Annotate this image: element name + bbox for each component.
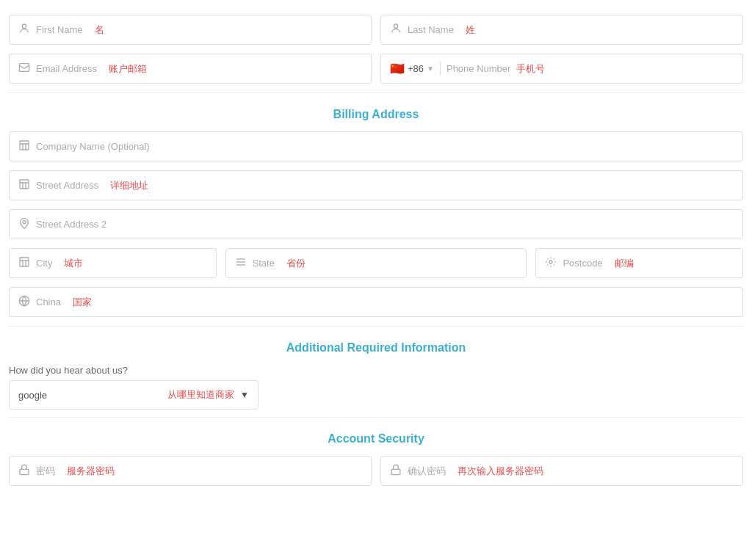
svg-point-0 [22,24,26,28]
phone-chinese: 手机号 [516,62,545,76]
state-icon [235,256,247,270]
country-chinese: 国家 [73,296,92,309]
password-placeholder: 密码 [36,465,55,478]
last-name-field[interactable]: Last Name 姓 [380,15,743,45]
password-field[interactable]: 密码 服务器密码 [9,456,372,486]
city-chinese: 城市 [64,257,83,270]
street1-field[interactable]: Street Address 详细地址 [9,170,743,200]
company-field[interactable]: Company Name (Optional) [9,131,743,161]
country-field[interactable]: China 国家 [9,287,743,317]
how-heard-label: How did you hear about us? [9,365,743,376]
city-state-postcode-row: City 城市 State 省份 Postcode 邮编 [9,248,743,278]
last-name-placeholder: Last Name [408,24,454,35]
phone-country-selector[interactable]: 🇨🇳 +86 ▼ [390,62,441,76]
street1-row: Street Address 详细地址 [9,170,743,200]
state-placeholder: State [253,258,275,269]
postcode-icon [545,256,557,270]
billing-title: Billing Address [9,108,743,121]
additional-title: Additional Required Information [9,341,743,354]
account-security-title: Account Security [9,432,743,446]
phone-dropdown-arrow: ▼ [427,65,434,73]
country-value: China [36,297,61,308]
svg-rect-3 [20,141,29,150]
email-chinese: 账户邮箱 [109,62,147,76]
first-name-chinese: 名 [95,23,104,37]
postcode-field[interactable]: Postcode 邮编 [535,248,743,278]
city-field[interactable]: City 城市 [9,248,217,278]
globe-icon [18,295,30,309]
street2-field[interactable]: Street Address 2 [9,209,743,239]
phone-field[interactable]: 🇨🇳 +86 ▼ Phone Number 手机号 [380,54,743,84]
select-dropdown-arrow: ▼ [240,390,249,400]
confirm-password-field[interactable]: 确认密码 再次输入服务器密码 [380,456,743,486]
company-placeholder: Company Name (Optional) [36,141,150,152]
postcode-chinese: 邮编 [615,257,634,270]
contact-row: Email Address 账户邮箱 🇨🇳 +86 ▼ Phone Number… [9,54,743,84]
how-heard-chinese: 从哪里知道商家 [167,388,234,401]
password-row: 密码 服务器密码 确认密码 再次输入服务器密码 [9,456,743,486]
how-heard-section: How did you hear about us? google 从哪里知道商… [9,365,743,410]
postcode-placeholder: Postcode [563,258,602,269]
china-flag-icon: 🇨🇳 [390,62,405,76]
company-row: Company Name (Optional) [9,131,743,161]
phone-placeholder: Phone Number [446,63,510,74]
svg-rect-12 [20,469,29,474]
state-field[interactable]: State 省份 [225,248,527,278]
svg-rect-6 [20,258,29,266]
first-name-placeholder: First Name [36,24,83,35]
first-name-field[interactable]: First Name 名 [9,15,372,45]
location-icon [18,217,30,231]
building-icon [18,139,30,153]
street1-placeholder: Street Address [36,180,98,191]
registration-form: First Name 名 Last Name 姓 Email Address 账… [9,15,743,486]
password-chinese: 服务器密码 [67,465,115,478]
person-icon [18,23,30,37]
email-icon [18,62,30,76]
security-divider [9,417,743,418]
country-code-value: +86 [408,63,424,74]
city-icon [18,256,30,270]
lock-icon-2 [390,464,402,478]
state-chinese: 省份 [286,257,306,270]
person-icon-2 [390,23,402,37]
street-icon [18,178,30,192]
confirm-placeholder: 确认密码 [408,465,446,478]
email-field[interactable]: Email Address 账户邮箱 [9,54,372,84]
additional-divider [9,326,743,327]
email-placeholder: Email Address [36,63,97,74]
billing-divider [9,92,743,93]
last-name-chinese: 姓 [466,23,475,37]
how-heard-select[interactable]: google 从哪里知道商家 ▼ [9,380,258,410]
svg-rect-4 [20,180,29,189]
svg-point-1 [394,24,397,28]
svg-rect-2 [19,64,29,72]
street2-placeholder: Street Address 2 [36,219,106,230]
street2-row: Street Address 2 [9,209,743,239]
street1-chinese: 详细地址 [110,179,148,192]
confirm-chinese: 再次输入服务器密码 [458,465,543,478]
lock-icon [18,464,30,478]
svg-rect-13 [391,469,400,474]
name-row: First Name 名 Last Name 姓 [9,15,743,45]
how-heard-value: google [18,390,160,401]
svg-point-10 [549,261,552,263]
city-placeholder: City [36,258,52,269]
svg-point-5 [23,221,26,224]
country-row: China 国家 [9,287,743,317]
